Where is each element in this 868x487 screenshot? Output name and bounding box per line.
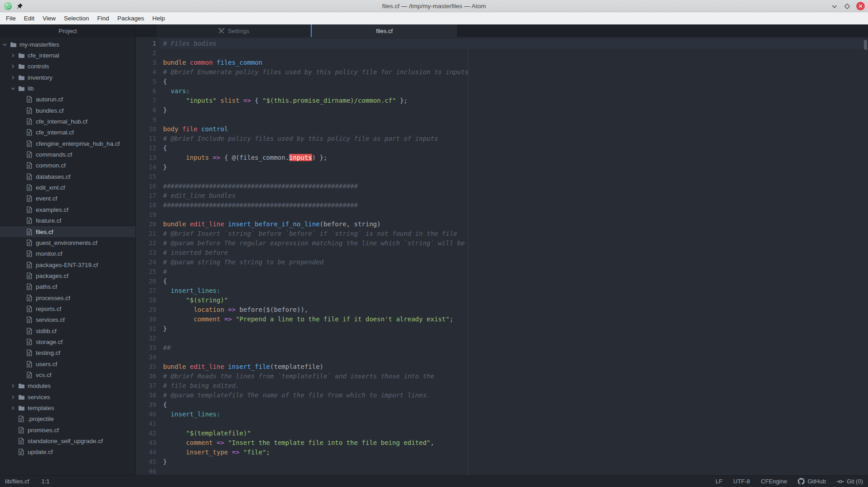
code-line-27[interactable]: 27 insert_lines:	[136, 286, 868, 296]
code-line-26[interactable]: 26{	[136, 277, 868, 286]
tree-item-standalone-self-upgrade-cf[interactable]: standalone_self_upgrade.cf	[0, 435, 135, 446]
line-number[interactable]: 22	[136, 239, 159, 248]
menu-item-packages[interactable]: Packages	[113, 15, 148, 22]
line-number[interactable]: 44	[136, 448, 159, 457]
tree-item-databases-cf[interactable]: databases.cf	[0, 171, 135, 182]
code-line-19[interactable]: 19	[136, 210, 868, 220]
tree-item-commands-cf[interactable]: commands.cf	[0, 149, 135, 160]
tree-item-cfe-internal-cf[interactable]: cfe_internal.cf	[0, 127, 135, 138]
line-number[interactable]: 17	[136, 191, 159, 201]
code-line-13[interactable]: 13 inputs => { @(files_common.inputs) };	[136, 153, 868, 162]
tree-item-vcs-cf[interactable]: vcs.cf	[0, 369, 135, 380]
tree-item-my-masterfiles[interactable]: my-masterfiles	[0, 39, 135, 50]
line-number[interactable]: 4	[136, 67, 159, 77]
code-line-43[interactable]: 43 comment => "Insert the template file …	[136, 438, 868, 448]
code-line-23[interactable]: 23# inserted before	[136, 248, 868, 258]
tab-settings[interactable]: Settings	[157, 24, 311, 37]
menu-item-help[interactable]: Help	[148, 15, 169, 22]
code-line-4[interactable]: 4# @brief Enumerate policy files used by…	[136, 67, 868, 77]
line-number[interactable]: 10	[136, 124, 159, 134]
code-line-28[interactable]: 28 "$(string)"	[136, 296, 868, 305]
status-grammar[interactable]: CFEngine	[761, 478, 787, 485]
chevron-right-icon[interactable]	[10, 406, 18, 411]
status-git[interactable]: Git (0)	[837, 478, 863, 485]
line-number[interactable]: 23	[136, 248, 159, 258]
line-number[interactable]: 38	[136, 391, 159, 400]
line-number[interactable]: 24	[136, 258, 159, 267]
tree-item-paths-cf[interactable]: paths.cf	[0, 282, 135, 292]
tree-item-autorun-cf[interactable]: autorun.cf	[0, 94, 135, 105]
tree-item-common-cf[interactable]: common.cf	[0, 160, 135, 171]
code-line-42[interactable]: 42 "$(templatefile)"	[136, 429, 868, 438]
code-line-3[interactable]: 3bundle common files_common	[136, 58, 868, 67]
close-button[interactable]	[856, 2, 865, 10]
tree-item-projectile[interactable]: .projectile	[0, 414, 135, 425]
tree-item-users-cf[interactable]: users.cf	[0, 358, 135, 369]
code-line-29[interactable]: 29 location => before($(before)),	[136, 305, 868, 315]
code-line-20[interactable]: 20bundle edit_line insert_before_if_no_l…	[136, 220, 868, 229]
status-encoding[interactable]: UTF-8	[733, 478, 750, 485]
tree-item-examples-cf[interactable]: examples.cf	[0, 204, 135, 215]
line-number[interactable]: 45	[136, 457, 159, 467]
line-number[interactable]: 27	[136, 286, 159, 296]
code-line-37[interactable]: 37# file being edited.	[136, 381, 868, 391]
tree-item-feature-cf[interactable]: feature.cf	[0, 215, 135, 226]
code-line-45[interactable]: 45}	[136, 457, 868, 467]
code-area[interactable]: 1# Files bodies23bundle common files_com…	[136, 39, 868, 475]
menu-item-find[interactable]: Find	[93, 15, 113, 22]
code-line-39[interactable]: 39{	[136, 400, 868, 410]
code-line-36[interactable]: 36# @brief Reads the lines from `templat…	[136, 372, 868, 381]
status-file-path[interactable]: lib/files.cf	[5, 478, 29, 485]
tree-item-edit-xml-cf[interactable]: edit_xml.cf	[0, 182, 135, 193]
tree-item-packages-ent-3719-cf[interactable]: packages-ENT-3719.cf	[0, 259, 135, 270]
project-dock-header[interactable]: Project	[0, 24, 135, 37]
line-number[interactable]: 6	[136, 86, 159, 96]
code-line-17[interactable]: 17# edit_line bundles	[136, 191, 868, 201]
line-number[interactable]: 2	[136, 48, 159, 58]
chevron-right-icon[interactable]	[10, 75, 18, 80]
code-line-44[interactable]: 44 insert_type => "file";	[136, 448, 868, 457]
tree-item-promises-cf[interactable]: promises.cf	[0, 425, 135, 435]
line-number[interactable]: 35	[136, 362, 159, 372]
tree-item-services-cf[interactable]: services.cf	[0, 315, 135, 325]
code-line-25[interactable]: 25#	[136, 267, 868, 277]
line-number[interactable]: 36	[136, 372, 159, 381]
line-number[interactable]: 3	[136, 58, 159, 67]
tree-item-storage-cf[interactable]: storage.cf	[0, 336, 135, 347]
menu-item-view[interactable]: View	[39, 15, 60, 22]
code-line-12[interactable]: 12{	[136, 143, 868, 153]
line-number[interactable]: 32	[136, 334, 159, 343]
line-number[interactable]: 12	[136, 143, 159, 153]
line-number[interactable]: 40	[136, 410, 159, 419]
line-number[interactable]: 20	[136, 220, 159, 229]
tree-item-inventory[interactable]: inventory	[0, 72, 135, 83]
code-line-10[interactable]: 10body file control	[136, 124, 868, 134]
line-number[interactable]: 37	[136, 381, 159, 391]
maximize-button[interactable]	[844, 3, 851, 10]
tree-item-update-cf[interactable]: update.cf	[0, 447, 135, 458]
code-line-24[interactable]: 24# @param string The string to be prepe…	[136, 258, 868, 267]
code-line-16[interactable]: 16######################################…	[136, 181, 868, 191]
code-line-34[interactable]: 34	[136, 353, 868, 362]
code-line-30[interactable]: 30 comment => "Prepend a line to the fil…	[136, 315, 868, 324]
line-number[interactable]: 33	[136, 343, 159, 353]
code-line-41[interactable]: 41	[136, 419, 868, 429]
line-number[interactable]: 39	[136, 400, 159, 410]
editor-scrollbar[interactable]	[864, 40, 867, 50]
code-line-6[interactable]: 6 vars:	[136, 86, 868, 96]
minimize-button[interactable]	[831, 3, 838, 10]
tree-item-monitor-cf[interactable]: monitor.cf	[0, 248, 135, 259]
tree-item-controls[interactable]: controls	[0, 61, 135, 72]
line-number[interactable]: 34	[136, 353, 159, 362]
tree-item-modules[interactable]: modules	[0, 381, 135, 392]
line-number[interactable]: 41	[136, 419, 159, 429]
code-line-11[interactable]: 11# @brief Include policy files used by …	[136, 134, 868, 143]
tree-item-bundles-cf[interactable]: bundles.cf	[0, 105, 135, 116]
line-number[interactable]: 13	[136, 153, 159, 162]
code-line-46[interactable]: 46	[136, 467, 868, 475]
chevron-down-icon[interactable]	[10, 86, 18, 91]
code-line-35[interactable]: 35bundle edit_line insert_file(templatef…	[136, 362, 868, 372]
line-number[interactable]: 5	[136, 77, 159, 86]
pin-icon[interactable]	[17, 3, 23, 10]
code-line-38[interactable]: 38# @param templatefile The name of the …	[136, 391, 868, 400]
